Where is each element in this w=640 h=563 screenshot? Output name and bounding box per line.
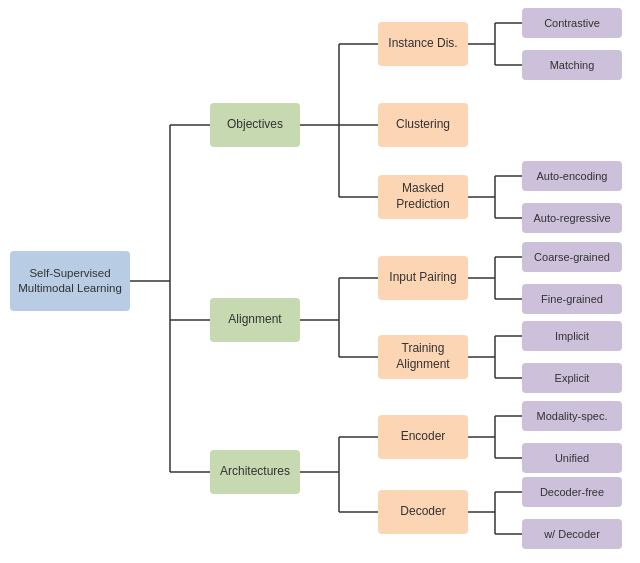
node-decoderfree: Decoder-free bbox=[522, 477, 622, 507]
node-explicit: Explicit bbox=[522, 363, 622, 393]
node-autoregressive: Auto-regressive bbox=[522, 203, 622, 233]
node-architectures: Architectures bbox=[210, 450, 300, 494]
node-wdecoder: w/ Decoder bbox=[522, 519, 622, 549]
node-coarse: Coarse-grained bbox=[522, 242, 622, 272]
node-encoder: Encoder bbox=[378, 415, 468, 459]
node-objectives: Objectives bbox=[210, 103, 300, 147]
node-fine: Fine-grained bbox=[522, 284, 622, 314]
node-training_align: Training Alignment bbox=[378, 335, 468, 379]
node-autoencoding: Auto-encoding bbox=[522, 161, 622, 191]
node-clustering: Clustering bbox=[378, 103, 468, 147]
node-instance: Instance Dis. bbox=[378, 22, 468, 66]
node-matching: Matching bbox=[522, 50, 622, 80]
node-masked: Masked Prediction bbox=[378, 175, 468, 219]
node-modality: Modality-spec. bbox=[522, 401, 622, 431]
node-alignment: Alignment bbox=[210, 298, 300, 342]
node-decoder: Decoder bbox=[378, 490, 468, 534]
node-root: Self-Supervised Multimodal Learning bbox=[10, 251, 130, 311]
node-contrastive: Contrastive bbox=[522, 8, 622, 38]
node-implicit: Implicit bbox=[522, 321, 622, 351]
chart-container: Self-Supervised Multimodal LearningObjec… bbox=[0, 0, 640, 563]
node-input_pairing: Input Pairing bbox=[378, 256, 468, 300]
node-unified: Unified bbox=[522, 443, 622, 473]
